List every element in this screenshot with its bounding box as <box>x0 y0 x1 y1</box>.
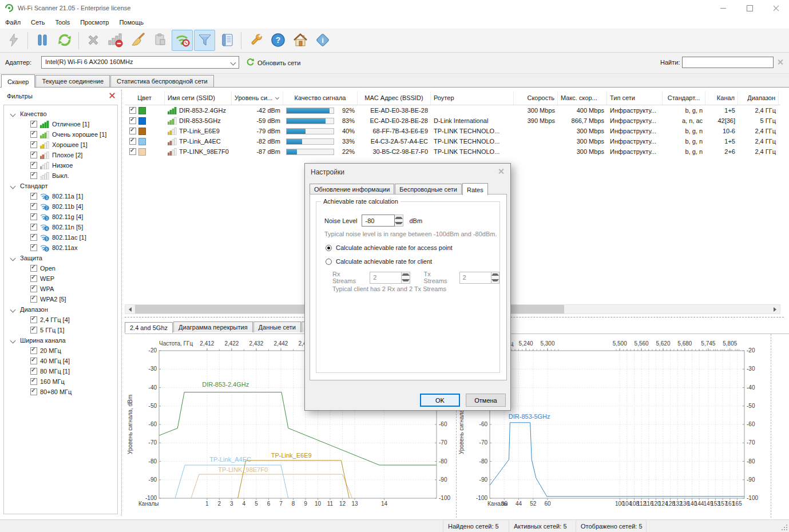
filter-item[interactable]: Низкое <box>4 160 117 170</box>
menu-item-Сеть[interactable]: Сеть <box>26 17 50 27</box>
refresh-networks-button[interactable]: Обновить сети <box>246 58 300 68</box>
scroll-right-icon[interactable] <box>770 305 780 313</box>
checkbox-checked[interactable] <box>30 172 37 179</box>
row-checkbox[interactable] <box>129 148 136 155</box>
menu-item-Файл[interactable]: Файл <box>0 17 26 27</box>
chevron-down-icon[interactable] <box>10 183 16 189</box>
checkbox-checked[interactable] <box>30 162 37 169</box>
close-filters-icon[interactable] <box>109 93 114 100</box>
filter-item[interactable]: 5802.11ac [1] <box>4 232 117 243</box>
about-button[interactable]: i <box>312 30 333 51</box>
chevron-down-icon[interactable] <box>10 255 16 261</box>
checkbox-checked[interactable] <box>30 265 37 272</box>
tab-Статистика беспроводной сети[interactable]: Статистика беспроводной сети <box>110 75 214 87</box>
checkbox-checked[interactable] <box>30 296 37 303</box>
table-row[interactable]: DIR-853-2.4GHz-42 dBm92%EE-AD-E0-38-BE-2… <box>125 105 780 116</box>
filter-item[interactable]: 6802.11ax <box>4 243 117 253</box>
filter-item[interactable]: 2802.11b [4] <box>4 201 117 212</box>
scroll-left-icon[interactable] <box>125 305 135 313</box>
column-header-mac[interactable]: MAC Адрес (BSSID) <box>358 91 431 105</box>
chart-tab-Данные сети[interactable]: Данные сети <box>253 321 301 332</box>
filter-item[interactable]: Очень хорошее [1] <box>4 129 117 140</box>
filter-group-Защита[interactable]: Защита <box>4 253 117 263</box>
checkbox-checked[interactable] <box>30 121 37 128</box>
filter-button[interactable] <box>194 30 215 51</box>
noise-level-stepper[interactable] <box>395 215 403 227</box>
column-header-ssid[interactable]: Имя сети (SSID) <box>165 91 232 105</box>
radio-unselected-icon[interactable] <box>326 259 332 265</box>
tab-Текущее соединение[interactable]: Текущее соединение <box>35 75 110 87</box>
filter-item[interactable]: 3802.11g [4] <box>4 212 117 222</box>
pause-button[interactable] <box>31 30 53 51</box>
row-checkbox[interactable] <box>129 117 136 124</box>
radio-access-point[interactable]: Calculate achievable rate for access poi… <box>326 244 453 251</box>
filter-item[interactable]: WPA2 [5] <box>4 294 117 304</box>
filter-item[interactable]: 4802.11n [5] <box>4 222 117 232</box>
row-checkbox[interactable] <box>129 138 136 145</box>
filter-item[interactable]: Выкл. <box>4 170 117 181</box>
tab-Сканер[interactable]: Сканер <box>1 74 35 88</box>
filter-item[interactable]: WEP <box>4 273 117 284</box>
filter-item[interactable]: Плохое [2] <box>4 150 117 160</box>
home-button[interactable] <box>290 30 311 51</box>
filter-item[interactable]: Отличное [1] <box>4 119 117 129</box>
tx-streams-stepper[interactable] <box>491 272 499 284</box>
column-header-quality[interactable]: Качество сигнала <box>283 91 358 105</box>
column-header-level[interactable]: Уровень си... <box>232 91 283 105</box>
chevron-down-icon[interactable] <box>10 307 16 312</box>
column-header-max_speed[interactable]: Макс. скор... <box>558 91 607 105</box>
rescan-button[interactable] <box>54 30 75 51</box>
clean-button[interactable] <box>127 30 148 51</box>
column-header-speed[interactable]: Скорость <box>514 91 558 105</box>
menu-item-Tools[interactable]: Tools <box>50 17 76 27</box>
chart-tab-2.4 and 5Ghz[interactable]: 2.4 and 5Ghz <box>125 322 173 333</box>
filter-group-Диапазон[interactable]: Диапазон <box>4 304 117 315</box>
show-inactive-button[interactable] <box>172 30 193 51</box>
dialog-tab-Rates[interactable]: Rates <box>462 183 488 195</box>
menu-item-Просмотр[interactable]: Просмотр <box>75 17 114 27</box>
checkbox-checked[interactable] <box>30 275 37 282</box>
column-header-channel[interactable]: Канал <box>705 91 738 105</box>
rx-streams-stepper[interactable] <box>402 272 410 284</box>
column-header-standard[interactable]: Стандарт... <box>663 91 705 105</box>
clear-search-icon[interactable] <box>777 59 783 66</box>
delete-button[interactable] <box>82 30 104 51</box>
checkbox-checked[interactable] <box>30 203 37 210</box>
checkbox-checked[interactable] <box>30 213 37 220</box>
dialog-tab-Беспроводные сети[interactable]: Беспроводные сети <box>395 184 462 194</box>
copy-button[interactable] <box>149 30 171 51</box>
cancel-button[interactable]: Отмена <box>466 394 506 407</box>
table-row[interactable]: TP-Link_E6E9-79 dBm40%68-FF-7B-43-E6-E9T… <box>125 126 780 136</box>
filter-group-Стандарт[interactable]: Стандарт <box>4 181 117 191</box>
chevron-down-icon[interactable] <box>10 111 16 117</box>
column-header-router[interactable]: Роутер <box>431 91 514 105</box>
ok-button[interactable]: OK <box>420 394 460 407</box>
help-button[interactable]: ? <box>267 30 288 51</box>
chevron-down-icon[interactable] <box>228 57 238 68</box>
table-row[interactable]: TP-Link_A4EC-82 dBm33%E4-C3-2A-57-A4-ECT… <box>125 136 780 146</box>
resize-grip[interactable] <box>786 529 787 530</box>
column-header-color[interactable]: Цвет <box>125 91 165 105</box>
radio-client[interactable]: Calculate achievable rate for client <box>326 258 432 265</box>
remove-inactive-button[interactable] <box>105 30 126 51</box>
table-row[interactable]: DIR-853-5GHz-59 dBm83%EC-AD-E0-28-BE-28D… <box>125 116 780 126</box>
column-header-band[interactable]: Диапазон <box>738 91 779 105</box>
filter-item[interactable]: Хорошее [1] <box>4 140 117 150</box>
noise-level-input[interactable]: -80 <box>362 215 395 227</box>
menu-item-Помощь[interactable]: Помощь <box>114 17 149 27</box>
adapter-select[interactable]: Intel(R) Wi-Fi 6 AX200 160MHz <box>41 56 239 69</box>
checkbox-checked[interactable] <box>30 224 37 231</box>
settings-button[interactable] <box>245 30 266 51</box>
dialog-tab-Обновление информации[interactable]: Обновление информации <box>310 184 394 194</box>
column-header-type[interactable]: Тип сети <box>607 91 663 105</box>
sort-indicator-icon[interactable] <box>275 95 279 99</box>
search-input[interactable] <box>682 57 774 68</box>
filter-item[interactable]: WPA <box>4 284 117 294</box>
table-row[interactable]: TP-LINK_98E7F0-87 dBm22%30-B5-C2-98-E7-F… <box>125 146 780 157</box>
filter-item[interactable]: 3802.11a [1] <box>4 191 117 201</box>
checkbox-checked[interactable] <box>30 193 37 200</box>
chart-tab-Диаграмма перекрытия[interactable]: Диаграмма перекрытия <box>173 321 253 332</box>
checkbox-checked[interactable] <box>30 234 37 241</box>
filter-group-Качество[interactable]: Качество <box>4 109 117 119</box>
checkbox-checked[interactable] <box>30 131 37 138</box>
